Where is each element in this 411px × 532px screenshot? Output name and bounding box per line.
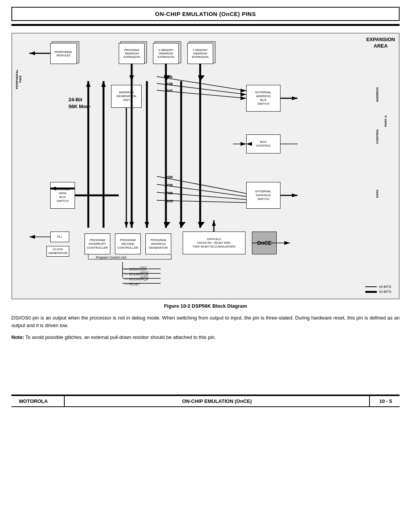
once-label: OnCE: [257, 240, 272, 246]
port-a-side-label: PORT A: [384, 83, 387, 159]
expansion-area-label: EXPANSIONAREA: [366, 37, 395, 50]
control-side-label: CONTROL: [376, 125, 379, 148]
note-text: To avoid possible glitches, an external …: [25, 334, 216, 340]
page-header-title: ON-CHIP EMULATION (OnCE) PINS: [155, 11, 256, 17]
bit-56k-label: 24-Bit56K Mod-: [68, 96, 91, 110]
program-address-gen-block: PROGRAMADDRESSGENERATOR: [145, 233, 171, 254]
svg-marker-65: [164, 222, 170, 228]
svg-marker-26: [241, 142, 246, 146]
figure-caption: Figure 10-2 DSP56K Block Diagram: [11, 303, 400, 309]
moda-irqa-label: — MODA/IRQA: [124, 277, 148, 281]
program-control-unit-label: Program Control Unit: [96, 256, 126, 259]
x-memory-block: X MEMORYRAM/ROMEXPANSION: [153, 43, 179, 64]
body-paragraph1: DSI/OS0 pin is an output when the proces…: [11, 314, 400, 329]
external-address-bus-block: EXTERNALADDRESSBUSSWITCH: [246, 85, 280, 112]
program-decode-block: PROGRAMDECODECONTROLLER: [115, 233, 141, 254]
pll-block: PLL: [50, 232, 69, 242]
bus-control-block: BUSCONTROL: [246, 134, 280, 153]
legend: 16 BITS 24 BITS: [365, 285, 391, 295]
svg-marker-45: [124, 222, 128, 228]
svg-marker-50: [212, 220, 216, 226]
xdb-label: XDB: [166, 183, 173, 187]
diagram-svg: [12, 34, 399, 299]
data-side-label: DATA: [376, 178, 379, 209]
svg-marker-20: [241, 93, 246, 96]
body-note: Note: To avoid possible glitches, an ext…: [11, 334, 400, 341]
svg-marker-18: [241, 89, 246, 93]
svg-marker-64: [145, 222, 149, 228]
pab-label: PAB: [166, 89, 173, 93]
program-interrupt-block: PROGRAMINTERRUPTCONTROLLER: [84, 233, 110, 254]
modb-irqb-label: — MODB/IRQB: [124, 272, 148, 276]
svg-marker-61: [86, 81, 91, 87]
pdb-label: PDB: [166, 191, 173, 195]
footer-right: 10 - 5: [369, 396, 400, 406]
page-header: ON-CHIP EMULATION (OnCE) PINS: [11, 7, 400, 21]
note-label: Note:: [11, 334, 24, 340]
yab-label: YAB: [166, 75, 173, 79]
footer-center: ON-CHIP EMULATION (OnCE): [65, 396, 369, 406]
peripheral-modules-block: PERIPHERALMODULES: [50, 43, 77, 64]
xab-label: XAB: [166, 82, 173, 86]
ydb-label: YDB: [166, 175, 173, 179]
address-side-label: ADDRESS: [376, 79, 379, 110]
svg-marker-22: [241, 96, 246, 100]
svg-marker-24: [292, 96, 298, 100]
svg-marker-63: [129, 222, 134, 228]
diagram-container: EXPANSIONAREA PERIPHERALPINS PERIPHERALM…: [11, 33, 400, 299]
once-block: OnCE: [252, 232, 277, 254]
modc-nmi-label: — MODC/NMI: [124, 267, 147, 271]
page-footer: MOTOROLA ON-CHIP EMULATION (OnCE) 10 - 5: [11, 395, 400, 407]
svg-marker-62: [101, 81, 106, 87]
svg-marker-43: [29, 235, 35, 239]
gdb-label: GDB: [166, 199, 174, 203]
svg-marker-52: [284, 241, 290, 245]
program-ram-rom-block: PROGRAMRAM/ROMEXPANSION: [119, 43, 145, 64]
external-data-bus-block: EXTERNALDATA BUSSWITCH: [246, 182, 280, 209]
svg-marker-67: [198, 222, 205, 228]
svg-marker-34: [292, 193, 298, 197]
data-alu-block: DATA ALU24X24+56→56-BIT MACTWO 56-BIT AC…: [183, 232, 245, 254]
internal-data-bus-block: INTERNALDATABUSSWITCH: [50, 182, 75, 209]
clock-gen-block: CLOCKGENERATOR: [46, 246, 69, 257]
footer-left: MOTOROLA: [11, 396, 65, 406]
svg-marker-66: [179, 222, 186, 228]
svg-marker-9: [198, 75, 205, 81]
peripheral-pins-label: PERIPHERALPINS: [15, 64, 22, 94]
reset-label: — RESET: [124, 282, 140, 286]
svg-marker-41: [29, 51, 35, 55]
separator-thick: [11, 24, 400, 26]
svg-marker-1: [129, 75, 134, 81]
address-gen-block: ADDRESSGENERATIONUNIT: [111, 85, 142, 108]
y-memory-block: Y MEMORYRAM/ROMEXPANSION: [187, 43, 213, 64]
